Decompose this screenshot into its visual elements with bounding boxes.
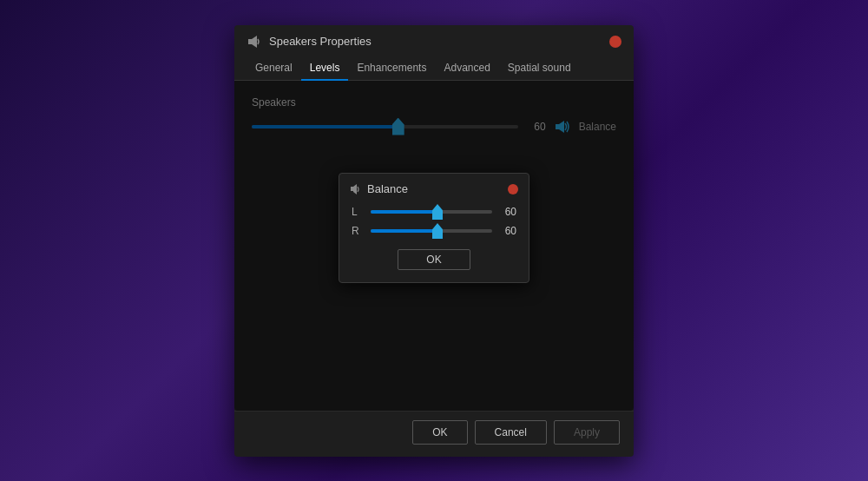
balance-thumb-l[interactable] <box>432 204 443 220</box>
main-dialog: Speakers Properties General Levels Enhan… <box>234 25 634 457</box>
balance-value-r: 60 <box>499 225 516 237</box>
balance-row-l: L 60 <box>339 202 529 221</box>
dialog-footer: OK Cancel Apply <box>234 411 634 457</box>
svg-marker-1 <box>252 36 257 48</box>
svg-marker-5 <box>353 184 357 194</box>
balance-thumb-r[interactable] <box>432 223 443 239</box>
balance-slider-r[interactable] <box>371 229 492 233</box>
ok-button[interactable]: OK <box>412 420 467 445</box>
balance-close-button[interactable] <box>508 184 518 194</box>
dialog-title: Speakers Properties <box>269 35 609 48</box>
balance-value-l: 60 <box>499 206 516 218</box>
balance-row-r: R 60 <box>339 221 529 240</box>
channel-l-label: L <box>352 206 364 218</box>
balance-slider-l[interactable] <box>371 210 492 214</box>
svg-rect-4 <box>351 187 353 191</box>
tabs-bar: General Levels Enhancements Advanced Spa… <box>234 56 634 81</box>
balance-ok-wrapper: OK <box>339 249 529 270</box>
tab-general[interactable]: General <box>247 56 301 81</box>
svg-rect-0 <box>248 39 252 44</box>
tab-advanced[interactable]: Advanced <box>435 56 498 81</box>
apply-button[interactable]: Apply <box>554 420 620 445</box>
balance-titlebar: Balance <box>339 174 529 202</box>
dialog-body: Speakers 60 Balance <box>234 81 634 411</box>
tab-levels[interactable]: Levels <box>301 56 349 81</box>
cancel-button[interactable]: Cancel <box>475 420 547 445</box>
close-button[interactable] <box>609 36 621 48</box>
balance-overlay: Balance L 60 R <box>234 81 634 411</box>
tab-enhancements[interactable]: Enhancements <box>348 56 435 81</box>
titlebar: Speakers Properties <box>234 25 634 56</box>
balance-dialog: Balance L 60 R <box>339 173 529 283</box>
channel-r-label: R <box>352 225 364 237</box>
balance-speaker-icon <box>350 183 362 195</box>
balance-ok-button[interactable]: OK <box>398 249 470 270</box>
tab-spatial-sound[interactable]: Spatial sound <box>499 56 580 81</box>
balance-dialog-title: Balance <box>367 182 508 195</box>
speaker-icon <box>247 34 262 49</box>
